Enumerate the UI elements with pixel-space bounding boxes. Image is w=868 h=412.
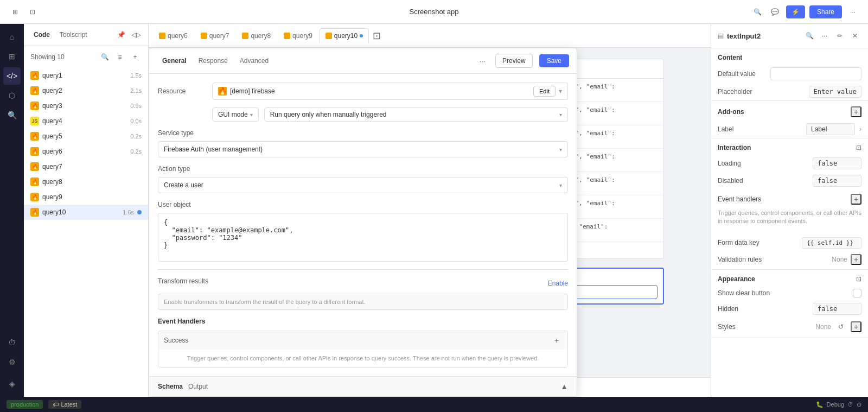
transform-enable-link[interactable]: Enable — [548, 280, 568, 287]
search-properties-icon[interactable]: 🔍 — [803, 29, 816, 42]
tab-query7[interactable]: query7 — [195, 28, 235, 43]
tab-response[interactable]: Response — [193, 54, 233, 67]
action-type-dropdown[interactable]: Create a user ▾ — [158, 177, 568, 193]
transform-header: Transform results Enable — [158, 277, 568, 289]
pin-icon[interactable]: 📌 — [114, 28, 127, 41]
show-clear-button-checkbox[interactable] — [853, 289, 861, 297]
preview-button[interactable]: Preview — [495, 54, 533, 68]
save-button[interactable]: Save — [539, 54, 569, 67]
placeholder-label: Placeholder — [718, 88, 805, 96]
tab-code[interactable]: Code — [29, 29, 54, 41]
tab-general[interactable]: General — [157, 54, 192, 67]
addon-chevron-icon[interactable]: › — [859, 125, 861, 133]
history-icon[interactable]: ⏱ — [3, 334, 21, 351]
code-icon[interactable]: </> — [3, 67, 21, 85]
debug-icon: 🐛 — [816, 401, 824, 408]
editor-more-button[interactable]: ··· — [476, 54, 489, 67]
resource-chevron-icon[interactable]: ▾ — [559, 87, 562, 95]
home-icon[interactable]: ⊞ — [9, 5, 22, 18]
filter-icon[interactable]: ≡ — [113, 50, 126, 64]
query-name: query5 — [42, 132, 127, 140]
validation-rules-label: Validation rules — [718, 256, 762, 263]
user-object-section: User object { "email": "example@example.… — [158, 201, 568, 262]
add-addon-button[interactable]: + — [851, 106, 861, 117]
tag-badge[interactable]: 🏷 Latest — [48, 400, 81, 409]
form-data-key-label: Form data key — [718, 239, 797, 246]
environment-badge[interactable]: production — [7, 400, 43, 409]
components-icon[interactable]: ⬡ — [3, 87, 21, 104]
query-type-icon: 🔥 — [30, 132, 39, 141]
default-value-label: Default value — [718, 70, 766, 78]
tab-query9[interactable]: query9 — [278, 28, 318, 43]
appearance-toggle-icon[interactable]: ⊡ — [856, 275, 861, 283]
tab-advanced[interactable]: Advanced — [234, 54, 274, 67]
list-item[interactable]: 🔥 query6 0.2s — [24, 144, 148, 159]
more-properties-icon[interactable]: ··· — [818, 29, 831, 42]
list-item[interactable]: 🔥 query2 2.1s — [24, 83, 148, 98]
query-name: query2 — [42, 87, 127, 94]
form-data-key-value[interactable]: {{ self.id }} — [802, 237, 861, 249]
resource-selector[interactable]: 🔥 [demo] firebase Edit ▾ — [212, 83, 568, 100]
list-item[interactable]: JS query4 0.0s — [24, 113, 148, 129]
share-button[interactable]: Share — [809, 5, 842, 18]
home-nav-icon[interactable]: ⌂ — [3, 28, 21, 46]
search-icon[interactable]: 🔍 — [751, 5, 764, 18]
default-value-input[interactable] — [770, 67, 861, 80]
action-type-chevron-icon: ▾ — [559, 182, 562, 188]
default-value-field: Default value — [711, 65, 868, 83]
collapse-icon[interactable]: ◁▷ — [130, 28, 143, 41]
schema-collapse-icon[interactable]: ▲ — [560, 382, 568, 391]
action-type-section: Action type Create a user ▾ — [158, 165, 568, 193]
loading-value[interactable]: false — [813, 157, 861, 169]
tab-toolscript[interactable]: Toolscript — [55, 29, 92, 41]
reset-styles-button[interactable]: ↺ — [834, 320, 847, 333]
service-type-dropdown[interactable]: Firebase Auth (user management) ▾ — [158, 141, 568, 157]
list-item[interactable]: 🔥 query1 1.5s — [24, 68, 148, 83]
tab-query10[interactable]: query10 — [320, 28, 369, 43]
list-item[interactable]: 🔥 query9 — [24, 189, 148, 205]
edit-component-icon[interactable]: ✏ — [833, 29, 846, 42]
query-name: query7 — [42, 163, 138, 170]
trigger-selector[interactable]: Run query only when manually triggered ▾ — [264, 107, 568, 122]
interaction-toggle-icon[interactable]: ⊡ — [856, 144, 861, 151]
left-panel-header: Code Toolscript 📌 ◁▷ — [24, 24, 148, 46]
layout-icon[interactable]: ⊡ — [26, 5, 39, 18]
list-item[interactable]: 🔥 query3 0.9s — [24, 98, 148, 113]
list-item[interactable]: 🔥 query7 — [24, 159, 148, 174]
gui-mode-button[interactable]: GUI mode ▾ — [212, 107, 259, 122]
minimize-editor-button[interactable]: ⊡ — [370, 29, 383, 42]
add-query-button[interactable]: + — [129, 50, 142, 64]
placeholder-value[interactable]: Enter value — [809, 86, 861, 98]
list-item[interactable]: 🔥 query8 — [24, 174, 148, 189]
settings-icon[interactable]: ⚙ — [3, 353, 21, 371]
addon-label-value[interactable]: Label — [806, 123, 855, 135]
success-section: Success + Trigger queries, control compo… — [158, 331, 568, 367]
hidden-value[interactable]: false — [813, 303, 861, 315]
more-options-icon[interactable]: ··· — [846, 5, 859, 18]
close-right-panel-icon[interactable]: ✕ — [848, 29, 861, 42]
add-style-button[interactable]: + — [851, 321, 861, 332]
user-object-editor[interactable]: { "email": "example@example.com", "passw… — [158, 213, 568, 262]
messages-icon[interactable]: 💬 — [769, 5, 782, 18]
tab-query8[interactable]: query8 — [236, 28, 277, 43]
showing-count: Showing 10 — [30, 53, 65, 61]
disabled-value[interactable]: false — [813, 175, 861, 187]
resource-edit-button[interactable]: Edit — [533, 86, 556, 97]
list-item[interactable]: 🔥 query5 0.2s — [24, 129, 148, 144]
tab-schema[interactable]: Schema — [158, 383, 183, 390]
pages-icon[interactable]: ⊞ — [3, 48, 21, 65]
query-type-icon: 🔥 — [30, 86, 39, 95]
add-event-handler-button[interactable]: + — [851, 194, 861, 205]
tab-query6[interactable]: query6 — [153, 28, 194, 43]
search-queries-icon[interactable]: 🔍 — [98, 50, 111, 64]
left-panel-actions: 📌 ◁▷ — [114, 28, 143, 41]
list-item[interactable]: 🔥 query10 1.6s — [24, 205, 148, 220]
tab-output[interactable]: Output — [188, 383, 208, 390]
add-success-handler-button[interactable]: + — [551, 335, 562, 346]
gui-mode-chevron-icon: ▾ — [250, 112, 253, 118]
add-validation-rule-button[interactable]: + — [851, 254, 861, 265]
query-type-icon: 🔥 — [30, 178, 39, 186]
search-nav-icon[interactable]: 🔍 — [3, 106, 21, 124]
query-editor-panel: General Response Advanced ··· Preview Sa… — [149, 48, 577, 397]
connect-button[interactable]: ⚡ — [786, 5, 805, 18]
